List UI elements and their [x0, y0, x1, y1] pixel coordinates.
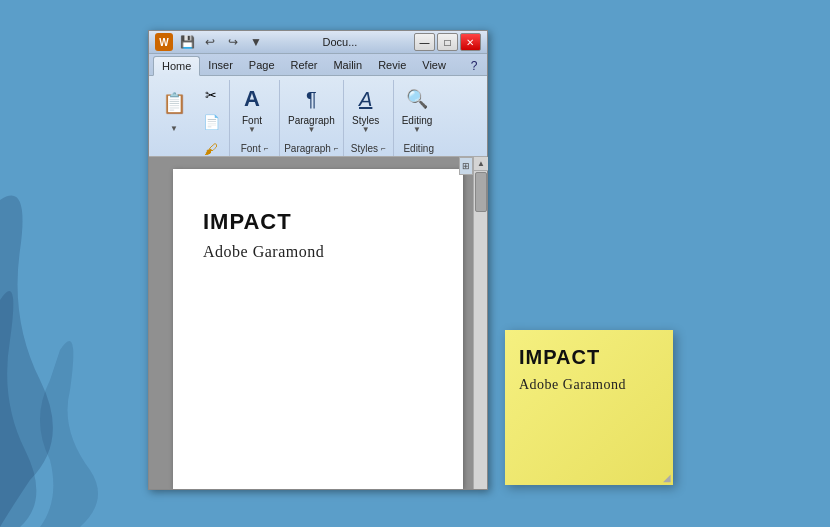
font-group: A Font ▼ Font ⌐	[230, 80, 280, 156]
document-page: IMPACT Adobe Garamond	[173, 169, 463, 489]
styles-expand-icon[interactable]: ⌐	[381, 144, 386, 153]
paste-area: 📋 ▼	[157, 82, 191, 133]
editing-icon: 🔍	[403, 85, 431, 113]
tab-review[interactable]: Revie	[370, 55, 414, 75]
font-icon: A	[238, 85, 266, 113]
clipboard-small-buttons: ✂ 📄 🖌	[197, 82, 225, 162]
tab-home[interactable]: Home	[153, 56, 200, 76]
title-bar-controls: — □ ✕	[414, 33, 481, 51]
styles-buttons: A Styles ▼	[348, 80, 389, 140]
tab-view[interactable]: View	[414, 55, 454, 75]
window-title: Docu...	[323, 36, 358, 48]
document-garamond-text: Adobe Garamond	[203, 243, 433, 261]
editing-button[interactable]: 🔍 Editing ▼	[398, 82, 437, 138]
paragraph-buttons: ¶ Paragraph ▼	[284, 80, 339, 140]
paragraph-group: ¶ Paragraph ▼ Paragraph ⌐	[280, 80, 344, 156]
styles-group-label: Styles ⌐	[348, 140, 389, 156]
sticky-garamond-text: Adobe Garamond	[519, 377, 659, 393]
app-icon: W	[155, 33, 173, 51]
document-area: ⊞ IMPACT Adobe Garamond ▲	[149, 157, 487, 489]
quick-access-toolbar: 💾 ↩ ↪ ▼	[177, 33, 266, 51]
ribbon-content: 📋 ▼ ✂ 📄 🖌	[149, 76, 487, 156]
font-group-label-text: Font	[241, 143, 261, 154]
paragraph-arrow[interactable]: ▼	[307, 126, 315, 134]
copy-icon: 📄	[200, 111, 222, 133]
clipboard-buttons: 📋 ▼ ✂ 📄 🖌	[157, 80, 225, 162]
maximize-button[interactable]: □	[437, 33, 458, 51]
copy-button[interactable]: 📄	[197, 109, 225, 135]
paragraph-expand-icon[interactable]: ⌐	[334, 144, 339, 153]
styles-group: A Styles ▼ Styles ⌐	[344, 80, 394, 156]
tab-mailings[interactable]: Mailin	[325, 55, 370, 75]
word-window: W 💾 ↩ ↪ ▼ Docu... — □ ✕ Home Inser Page …	[148, 30, 488, 490]
ribbon: Home Inser Page Refer Mailin Revie View …	[149, 54, 487, 157]
cut-button[interactable]: ✂	[197, 82, 225, 108]
sticky-note: IMPACT Adobe Garamond ◢	[505, 330, 673, 485]
tab-references[interactable]: Refer	[283, 55, 326, 75]
styles-icon: A	[352, 85, 380, 113]
paragraph-icon: ¶	[297, 85, 325, 113]
vertical-scrollbar[interactable]: ▲	[473, 157, 487, 489]
editing-buttons: 🔍 Editing ▼	[398, 80, 440, 140]
ribbon-tab-bar: Home Inser Page Refer Mailin Revie View …	[149, 54, 487, 76]
font-button[interactable]: A Font ▼	[234, 82, 270, 138]
minimize-button[interactable]: —	[414, 33, 435, 51]
app-icon-label: W	[159, 37, 168, 48]
font-group-label: Font ⌐	[234, 140, 275, 156]
styles-group-label-text: Styles	[351, 143, 378, 154]
styles-arrow[interactable]: ▼	[362, 126, 370, 134]
scroll-thumb[interactable]	[475, 172, 487, 212]
redo-qat-button[interactable]: ↪	[223, 33, 243, 51]
paste-icon: 📋	[162, 91, 187, 115]
paste-dropdown-arrow[interactable]: ▼	[170, 124, 178, 133]
document-container: ⊞ IMPACT Adobe Garamond	[149, 157, 487, 489]
styles-button[interactable]: A Styles ▼	[348, 82, 384, 138]
qat-more-button[interactable]: ▼	[246, 33, 266, 51]
tab-page[interactable]: Page	[241, 55, 283, 75]
editing-group-label-text: Editing	[403, 143, 434, 154]
document-impact-text: IMPACT	[203, 209, 433, 235]
font-expand-icon[interactable]: ⌐	[264, 144, 269, 153]
sticky-impact-text: IMPACT	[519, 346, 659, 369]
sticky-resize-handle[interactable]: ◢	[663, 472, 671, 483]
clipboard-group: 📋 ▼ ✂ 📄 🖌	[153, 80, 230, 156]
editing-arrow[interactable]: ▼	[413, 126, 421, 134]
paragraph-group-label: Paragraph ⌐	[284, 140, 339, 156]
paste-button[interactable]: 📋	[157, 82, 191, 124]
font-arrow[interactable]: ▼	[248, 126, 256, 134]
close-button[interactable]: ✕	[460, 33, 481, 51]
title-bar-left: W 💾 ↩ ↪ ▼	[155, 33, 266, 51]
paragraph-button[interactable]: ¶ Paragraph ▼	[284, 82, 339, 138]
undo-qat-button[interactable]: ↩	[200, 33, 220, 51]
help-icon[interactable]: ?	[465, 57, 483, 75]
paragraph-group-label-text: Paragraph	[284, 143, 331, 154]
title-bar: W 💾 ↩ ↪ ▼ Docu... — □ ✕	[149, 31, 487, 54]
cut-icon: ✂	[200, 84, 222, 106]
editing-group-label: Editing	[398, 140, 440, 156]
save-qat-button[interactable]: 💾	[177, 33, 197, 51]
scroll-up-button[interactable]: ▲	[474, 157, 488, 171]
document-view-button[interactable]: ⊞	[459, 157, 473, 175]
tab-insert[interactable]: Inser	[200, 55, 240, 75]
editing-group: 🔍 Editing ▼ Editing	[394, 80, 444, 156]
font-buttons: A Font ▼	[234, 80, 275, 140]
